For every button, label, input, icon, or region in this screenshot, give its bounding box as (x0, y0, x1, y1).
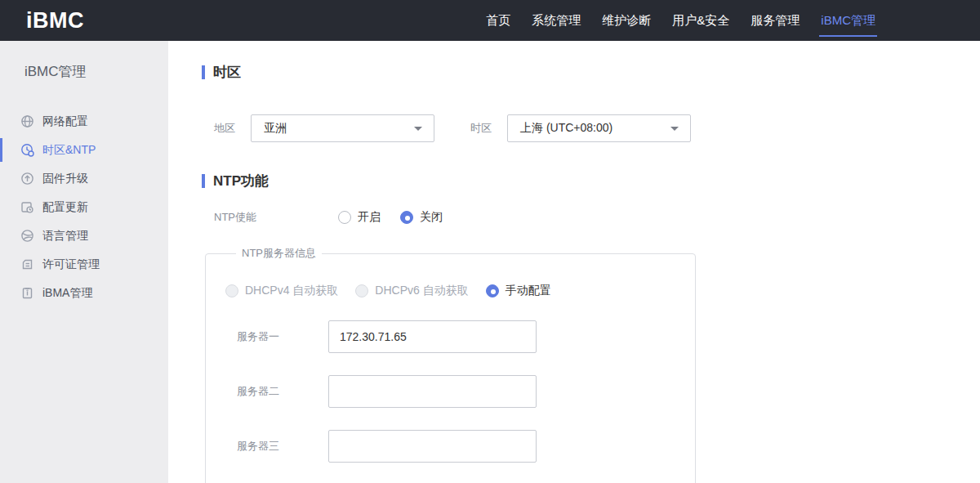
server-three-input[interactable] (328, 430, 537, 463)
ibma-clipboard-icon (20, 286, 34, 300)
sidebar-item-label: 固件升级 (42, 172, 88, 186)
sidebar-title: iBMC管理 (0, 41, 168, 81)
sidebar-menu: 网络配置 时区&NTP 固件升级 配置更新 (0, 107, 168, 307)
sidebar-item-network-config[interactable]: 网络配置 (0, 107, 168, 136)
server-one-label: 服务器一 (237, 329, 328, 344)
region-select-value: 亚洲 (264, 121, 287, 136)
server-two-row: 服务器二 (225, 375, 695, 408)
region-label: 地区 (214, 121, 251, 136)
section-accent-bar (202, 65, 205, 79)
sidebar-item-ibma-management[interactable]: iBMA管理 (0, 279, 168, 307)
sidebar: iBMC管理 网络配置 时区&NTP 固件升级 (0, 41, 168, 483)
sidebar-item-timezone-ntp[interactable]: 时区&NTP (0, 136, 168, 164)
server-one-row: 服务器一 (225, 320, 695, 353)
ntp-server-mode-radio-group: DHCPv4 自动获取 DHCPv6 自动获取 手动配置 (225, 284, 695, 298)
nav-item-service-management[interactable]: 服务管理 (751, 0, 800, 41)
manual-config-option[interactable]: 手动配置 (486, 284, 551, 298)
nav-item-system-management[interactable]: 系统管理 (532, 0, 581, 41)
nav-item-home[interactable]: 首页 (486, 0, 510, 41)
region-select[interactable]: 亚洲 (251, 114, 434, 142)
language-icon (20, 229, 34, 243)
firmware-upgrade-icon (20, 172, 34, 186)
chevron-down-icon (670, 127, 679, 131)
radio-label: 关闭 (420, 210, 443, 225)
sidebar-item-firmware-upgrade[interactable]: 固件升级 (0, 164, 168, 193)
chevron-down-icon (414, 127, 422, 131)
top-nav-bar: iBMC 首页 系统管理 维护诊断 用户&安全 服务管理 iBMC管理 (0, 0, 980, 41)
ntp-enable-label: NTP使能 (214, 210, 338, 225)
nav-item-ibmc-management[interactable]: iBMC管理 (821, 0, 875, 41)
server-two-input[interactable] (328, 375, 537, 408)
timezone-form-row: 地区 亚洲 时区 上海 (UTC+08:00) (214, 114, 980, 142)
main-content: 时区 地区 亚洲 时区 上海 (UTC+08:00) NTP功能 NTP使能 (168, 41, 980, 483)
license-icon (20, 257, 34, 271)
server-three-row: 服务器三 (225, 430, 695, 463)
radio-disabled-icon (225, 284, 238, 297)
timezone-select[interactable]: 上海 (UTC+08:00) (507, 114, 691, 142)
nav-item-maintenance-diagnostics[interactable]: 维护诊断 (602, 0, 651, 41)
radio-disabled-icon (355, 284, 368, 297)
page: iBMC 首页 系统管理 维护诊断 用户&安全 服务管理 iBMC管理 iBMC… (0, 0, 980, 483)
radio-label: DHCPv4 自动获取 (245, 284, 338, 298)
ntp-enable-off-option[interactable]: 关闭 (400, 210, 443, 225)
dhcpv6-auto-option: DHCPv6 自动获取 (355, 284, 468, 298)
sidebar-item-config-update[interactable]: 配置更新 (0, 193, 168, 221)
ntp-enable-on-option[interactable]: 开启 (338, 210, 381, 225)
section-accent-bar (202, 174, 205, 188)
radio-checked-icon[interactable] (400, 211, 413, 224)
ntp-server-info-legend: NTP服务器信息 (236, 246, 322, 261)
section-title-text: 时区 (213, 63, 241, 82)
network-globe-icon (20, 114, 34, 128)
radio-label: DHCPv6 自动获取 (375, 284, 468, 298)
sidebar-item-label: iBMA管理 (42, 286, 92, 301)
server-one-input[interactable] (328, 320, 537, 353)
sidebar-item-label: 配置更新 (42, 200, 88, 215)
ntp-enable-radio-group: 开启 关闭 (338, 210, 443, 225)
server-two-label: 服务器二 (237, 384, 328, 399)
top-nav-menu: 首页 系统管理 维护诊断 用户&安全 服务管理 iBMC管理 (486, 0, 875, 41)
radio-unchecked-icon[interactable] (338, 211, 351, 224)
sidebar-item-label: 网络配置 (42, 114, 88, 129)
sidebar-item-label: 时区&NTP (42, 143, 96, 158)
timezone-section-title: 时区 (202, 63, 980, 82)
timezone-clock-icon (20, 143, 34, 157)
ntp-section-title: NTP功能 (202, 172, 980, 190)
sidebar-item-label: 语言管理 (42, 229, 88, 244)
ibmc-logo: iBMC (26, 8, 84, 34)
timezone-select-value: 上海 (UTC+08:00) (520, 121, 612, 136)
timezone-label: 时区 (470, 121, 507, 136)
radio-checked-icon[interactable] (486, 284, 499, 297)
sidebar-item-label: 许可证管理 (42, 257, 100, 272)
nav-item-user-security[interactable]: 用户&安全 (672, 0, 729, 41)
dhcpv4-auto-option: DHCPv4 自动获取 (225, 284, 338, 298)
sidebar-item-license-management[interactable]: 许可证管理 (0, 250, 168, 279)
config-update-icon (20, 200, 34, 214)
sidebar-item-language-management[interactable]: 语言管理 (0, 221, 168, 250)
server-three-label: 服务器三 (237, 439, 328, 454)
radio-label: 开启 (358, 210, 381, 225)
section-title-text: NTP功能 (213, 172, 269, 190)
ntp-enable-row: NTP使能 开启 关闭 (214, 210, 980, 225)
radio-label: 手动配置 (506, 284, 551, 298)
ntp-server-info-group: NTP服务器信息 DHCPv4 自动获取 DHCPv6 自动获取 手动配置 服务… (205, 246, 696, 483)
